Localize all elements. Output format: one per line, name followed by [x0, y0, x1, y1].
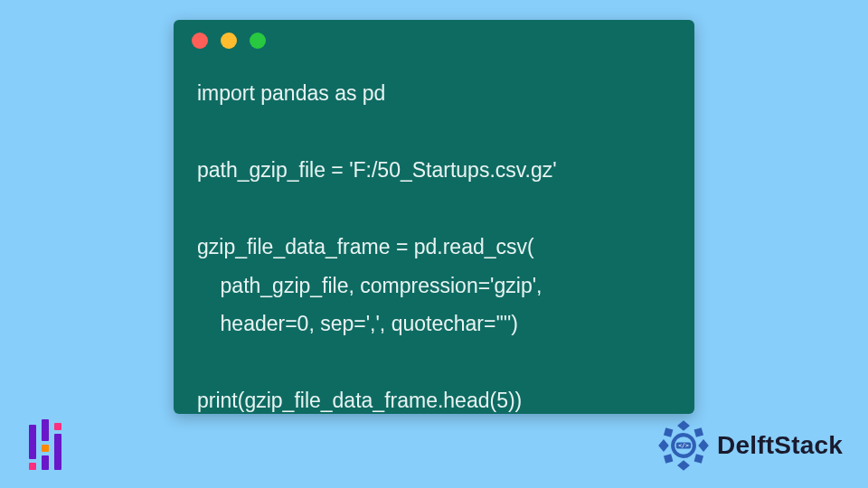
brand-name: DelftStack: [717, 431, 843, 460]
window-titlebar: [174, 20, 694, 61]
brand-badge: </> DelftStack: [657, 419, 843, 472]
svg-marker-6: [664, 454, 673, 463]
publisher-mark-icon: [29, 419, 71, 470]
delftstack-logo-icon: </>: [657, 419, 710, 472]
svg-marker-0: [677, 420, 690, 431]
traffic-light-minimize-icon: [221, 33, 237, 49]
svg-marker-2: [658, 439, 669, 452]
svg-text:</>: </>: [678, 442, 689, 449]
code-block: import pandas as pd path_gzip_file = 'F:…: [174, 61, 694, 414]
traffic-light-zoom-icon: [250, 33, 266, 49]
traffic-light-close-icon: [192, 33, 208, 49]
code-window: import pandas as pd path_gzip_file = 'F:…: [174, 20, 694, 414]
svg-marker-3: [698, 439, 709, 452]
svg-marker-7: [694, 454, 703, 463]
svg-marker-5: [694, 427, 703, 436]
svg-marker-1: [677, 460, 690, 471]
svg-marker-4: [664, 427, 673, 436]
